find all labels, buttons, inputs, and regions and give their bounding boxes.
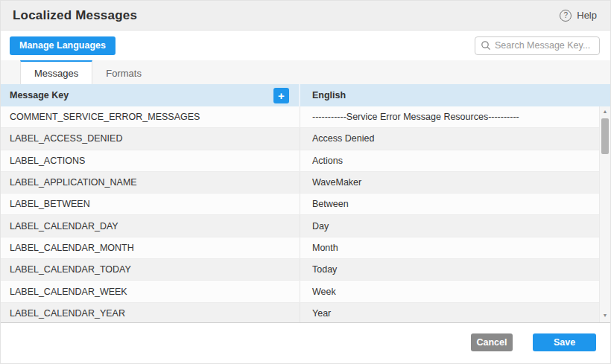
table-row[interactable]: LABEL_ACCESS_DENIEDAccess Denied — [1, 128, 610, 150]
table-row[interactable]: LABEL_CALENDAR_MONTHMonth — [1, 237, 610, 259]
message-key-cell[interactable]: LABEL_CALENDAR_MONTH — [1, 237, 300, 258]
scrollbar-thumb[interactable] — [601, 118, 609, 154]
english-value-cell[interactable]: Month — [300, 237, 610, 258]
message-key-cell[interactable]: LABEL_ACCESS_DENIED — [1, 128, 300, 149]
english-value-cell[interactable]: Actions — [300, 150, 610, 171]
english-value-cell[interactable]: -----------Service Error Message Resourc… — [300, 106, 610, 127]
column-header-english: English — [300, 84, 610, 106]
message-key-cell[interactable]: LABEL_BETWEEN — [1, 194, 300, 214]
help-button[interactable]: ? Help — [560, 10, 597, 22]
footer: Cancel Save — [1, 323, 610, 364]
search-box — [475, 36, 600, 55]
english-value-cell[interactable]: Access Denied — [300, 128, 610, 149]
help-label: Help — [577, 10, 597, 21]
table-row[interactable]: LABEL_BETWEENBetween — [1, 194, 610, 215]
column-header-english-label: English — [312, 90, 346, 100]
message-key-cell[interactable]: LABEL_ACTIONS — [1, 150, 300, 171]
manage-languages-button[interactable]: Manage Languages — [10, 36, 115, 55]
table-row[interactable]: LABEL_CALENDAR_WEEKWeek — [1, 281, 610, 302]
table-body: COMMENT_SERVICE_ERROR_MESSAGES----------… — [1, 106, 610, 323]
english-value-cell[interactable]: Year — [300, 303, 610, 323]
search-input[interactable] — [475, 36, 600, 55]
table-row[interactable]: LABEL_APPLICATION_NAMEWaveMaker — [1, 172, 610, 194]
help-icon: ? — [560, 10, 572, 22]
add-message-key-button[interactable]: + — [273, 88, 289, 103]
save-button[interactable]: Save — [533, 333, 596, 351]
english-value-cell[interactable]: Today — [300, 259, 610, 280]
tab-strip: Messages Formats — [1, 60, 610, 84]
scroll-down-icon[interactable]: ▼ — [603, 310, 608, 321]
table-header: Message Key + English — [1, 84, 610, 106]
table-row[interactable]: COMMENT_SERVICE_ERROR_MESSAGES----------… — [1, 106, 610, 128]
scroll-up-icon[interactable]: ▲ — [603, 106, 608, 117]
title-bar: Localized Messages ? Help — [1, 1, 610, 31]
table-row[interactable]: LABEL_ACTIONSActions — [1, 150, 610, 172]
tab-messages[interactable]: Messages — [20, 60, 92, 84]
english-value-cell[interactable]: Day — [300, 215, 610, 236]
tab-formats[interactable]: Formats — [92, 60, 155, 84]
cancel-button[interactable]: Cancel — [471, 333, 513, 351]
table-row[interactable]: LABEL_CALENDAR_TODAYToday — [1, 259, 610, 281]
english-value-cell[interactable]: WaveMaker — [300, 172, 610, 193]
message-key-cell[interactable]: LABEL_CALENDAR_DAY — [1, 215, 300, 236]
message-key-cell[interactable]: COMMENT_SERVICE_ERROR_MESSAGES — [1, 106, 300, 127]
table-row[interactable]: LABEL_CALENDAR_YEARYear — [1, 303, 610, 323]
message-key-cell[interactable]: LABEL_CALENDAR_WEEK — [1, 281, 300, 301]
table-row[interactable]: LABEL_CALENDAR_DAYDay — [1, 215, 610, 237]
page-title: Localized Messages — [13, 8, 137, 23]
vertical-scrollbar[interactable]: ▲ ▼ — [599, 106, 610, 322]
column-header-message-key-label: Message Key — [10, 90, 69, 100]
english-value-cell[interactable]: Between — [300, 194, 610, 214]
message-key-cell[interactable]: LABEL_CALENDAR_TODAY — [1, 259, 300, 280]
english-value-cell[interactable]: Week — [300, 281, 610, 301]
toolbar: Manage Languages — [1, 31, 610, 60]
message-key-cell[interactable]: LABEL_APPLICATION_NAME — [1, 172, 300, 193]
localized-messages-dialog: Localized Messages ? Help Manage Languag… — [0, 0, 611, 364]
column-header-message-key: Message Key + — [1, 84, 300, 106]
message-key-cell[interactable]: LABEL_CALENDAR_YEAR — [1, 303, 300, 323]
